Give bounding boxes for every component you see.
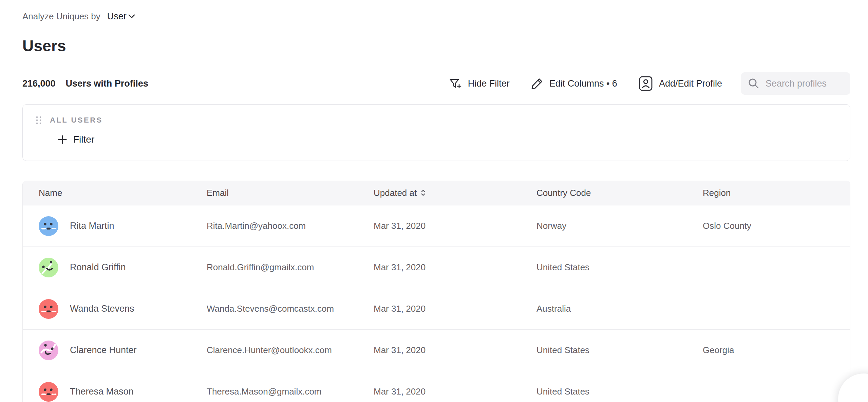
analyze-uniques-label: Analyze Uniques by [22, 11, 100, 22]
profile-count: 216,000 Users with Profiles [22, 78, 148, 89]
analyze-by-value: User [107, 11, 127, 22]
avatar [39, 341, 58, 360]
page-title: Users [22, 37, 850, 55]
column-header-updated-at[interactable]: Updated at [374, 188, 536, 198]
hide-filter-label: Hide Filter [468, 78, 510, 89]
user-updated-at: Mar 31, 2020 [374, 386, 536, 397]
avatar [39, 299, 58, 319]
user-country: United States [536, 386, 703, 397]
table-row[interactable]: Rita Martin Rita.Martin@yahoox.com Mar 3… [23, 205, 850, 246]
avatar [39, 216, 58, 236]
profile-count-number: 216,000 [22, 78, 56, 89]
funnel-plus-icon [448, 76, 462, 91]
controls-row: 216,000 Users with Profiles Hide Filter … [22, 72, 850, 95]
table-row[interactable]: Wanda Stevens Wanda.Stevens@comcastx.com… [23, 288, 850, 329]
column-header-email[interactable]: Email [207, 188, 374, 198]
profile-badge-icon [638, 75, 653, 92]
pencil-icon [531, 77, 544, 90]
chevron-down-icon [128, 14, 135, 19]
edit-columns-label: Edit Columns • 6 [549, 78, 617, 89]
user-name: Ronald Griffin [70, 262, 126, 273]
hide-filter-button[interactable]: Hide Filter [448, 76, 510, 91]
user-region: Oslo County [703, 221, 850, 231]
table-row[interactable]: Clarence Hunter Clarence.Hunter@outlookx… [23, 329, 850, 371]
user-updated-at: Mar 31, 2020 [374, 262, 536, 273]
column-header-region[interactable]: Region [703, 188, 850, 198]
user-name: Rita Martin [70, 221, 114, 231]
add-edit-profile-button[interactable]: Add/Edit Profile [638, 75, 722, 92]
table-row[interactable]: Theresa Mason Theresa.Mason@gmailx.com M… [23, 371, 850, 402]
user-name: Theresa Mason [70, 386, 134, 397]
filter-group-row: ALL USERS [36, 115, 850, 125]
profile-count-label: Users with Profiles [66, 78, 148, 89]
filter-group-label: ALL USERS [50, 116, 103, 125]
analyze-uniques-bar: Analyze Uniques by User [22, 10, 850, 22]
plus-icon [57, 134, 68, 145]
analyze-by-dropdown[interactable]: User [105, 11, 135, 22]
add-filter-label: Filter [73, 134, 94, 145]
user-email: Clarence.Hunter@outlookx.com [207, 345, 374, 355]
table-header: Name Email Updated at Country Code Regio… [23, 181, 850, 205]
user-name: Wanda Stevens [70, 304, 134, 314]
user-name: Clarence Hunter [70, 345, 137, 355]
search-profiles-box[interactable] [741, 72, 850, 95]
column-header-country-code[interactable]: Country Code [536, 188, 703, 198]
toolbar: Hide Filter Edit Columns • 6 Add/Edit Pr… [448, 72, 850, 95]
user-country: United States [536, 262, 703, 273]
user-country: United States [536, 345, 703, 355]
user-email: Wanda.Stevens@comcastx.com [207, 304, 374, 314]
user-email: Rita.Martin@yahoox.com [207, 221, 374, 231]
edit-columns-button[interactable]: Edit Columns • 6 [531, 77, 617, 90]
user-updated-at: Mar 31, 2020 [374, 304, 536, 314]
sort-arrows-icon[interactable] [420, 189, 426, 197]
user-email: Theresa.Mason@gmailx.com [207, 386, 374, 397]
filter-card: ALL USERS Filter [22, 104, 850, 161]
user-email: Ronald.Griffin@gmailx.com [207, 262, 374, 273]
user-updated-at: Mar 31, 2020 [374, 221, 536, 231]
table-row[interactable]: Ronald Griffin Ronald.Griffin@gmailx.com… [23, 246, 850, 288]
user-country: Australia [536, 304, 703, 314]
add-filter-button[interactable]: Filter [57, 134, 94, 145]
drag-handle-icon[interactable] [36, 115, 42, 125]
avatar [39, 258, 58, 277]
user-region: Georgia [703, 345, 850, 355]
users-page: Analyze Uniques by User Users 216,000 Us… [0, 0, 868, 402]
user-updated-at: Mar 31, 2020 [374, 345, 536, 355]
search-icon [748, 78, 759, 89]
search-profiles-input[interactable] [766, 78, 844, 89]
user-country: Norway [536, 221, 703, 231]
users-table: Name Email Updated at Country Code Regio… [22, 181, 850, 402]
column-header-name[interactable]: Name [23, 188, 207, 198]
avatar [39, 382, 58, 402]
add-edit-profile-label: Add/Edit Profile [659, 78, 722, 89]
